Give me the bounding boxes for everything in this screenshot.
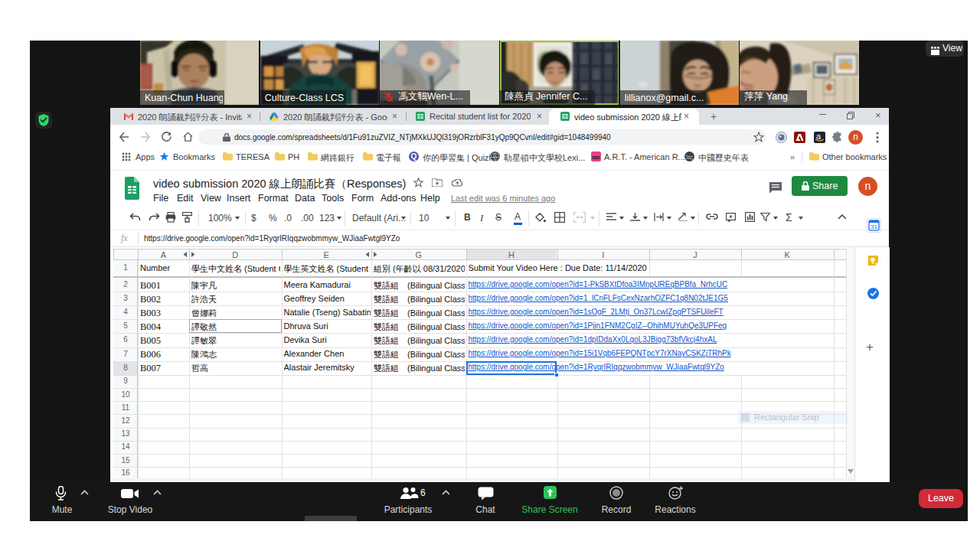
svg-text:31: 31	[871, 223, 877, 230]
